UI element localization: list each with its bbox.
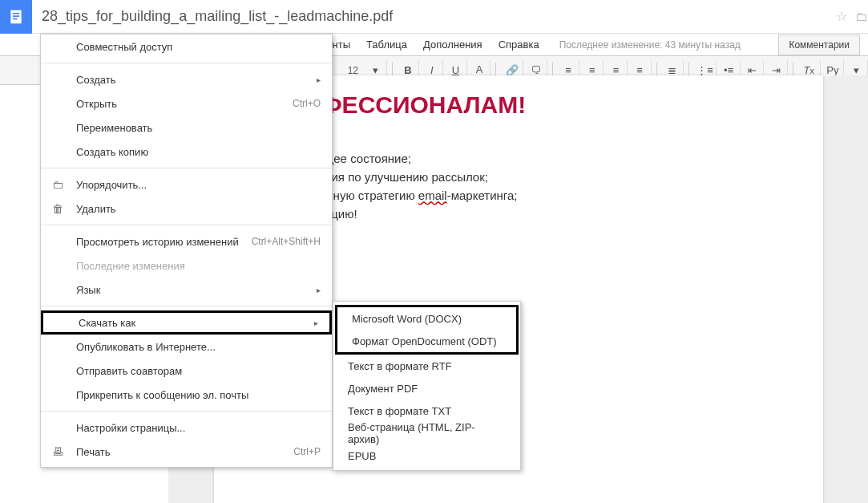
svg-rect-2 xyxy=(13,15,19,17)
docs-app-icon[interactable] xyxy=(0,0,32,34)
download-epub[interactable]: EPUB xyxy=(333,444,520,467)
separator xyxy=(41,411,332,412)
download-as-submenu: Microsoft Word (DOCX) Формат OpenDocumen… xyxy=(333,301,521,471)
menu-table[interactable]: Таблица xyxy=(358,35,415,54)
print-icon: 🖶 xyxy=(52,445,63,458)
menu-email-attachment[interactable]: Прикрепить к сообщению эл. почты xyxy=(41,383,332,407)
menu-download-as[interactable]: Скачать как▸ xyxy=(41,310,332,335)
menu-language[interactable]: Язык▸ xyxy=(41,278,332,302)
doc-line: рые решения по улучшению рассылок; xyxy=(270,170,767,184)
trash-icon: 🗑 xyxy=(52,202,63,215)
chevron-right-icon: ▸ xyxy=(317,75,321,84)
download-pdf[interactable]: Документ PDF xyxy=(333,377,520,400)
folder-icon: 🗀 xyxy=(52,178,63,191)
document-title[interactable]: 28_tips_for_building_a_mailing_list_-_le… xyxy=(42,8,828,25)
download-rtf[interactable]: Текст в формате RTF xyxy=(333,355,520,377)
separator xyxy=(41,63,332,63)
comments-button[interactable]: Комментарии xyxy=(778,34,860,55)
menu-addons[interactable]: Дополнения xyxy=(415,35,491,54)
chevron-right-icon: ▸ xyxy=(314,318,318,327)
menu-make-copy[interactable]: Создать копию xyxy=(41,140,332,164)
menu-revision-history[interactable]: Просмотреть историю измененийCtrl+Alt+Sh… xyxy=(41,229,332,254)
download-odt[interactable]: Формат OpenDocument (ODT) xyxy=(337,330,516,352)
separator xyxy=(41,306,332,306)
title-bar: 28_tips_for_building_a_mailing_list_-_le… xyxy=(0,0,868,34)
doc-line: и полноценную стратегию email-маркетинга… xyxy=(270,189,767,202)
doc-line: руем текущее состояние; xyxy=(270,152,767,165)
menu-email-collaborators[interactable]: Отправить соавторам xyxy=(41,359,332,383)
menu-rename[interactable]: Переименовать xyxy=(41,116,332,140)
folder-icon[interactable]: 🗀 xyxy=(855,10,868,24)
menu-open[interactable]: ОткрытьCtrl+O xyxy=(41,91,332,116)
download-txt[interactable]: Текст в формате TXT xyxy=(333,400,520,422)
download-html[interactable]: Веб-страница (HTML, ZIP-архив) xyxy=(333,422,520,444)
menu-print[interactable]: 🖶ПечатьCtrl+P xyxy=(41,440,332,464)
doc-line: за реализацию! xyxy=(270,207,767,221)
heading: ПРОФЕССИОНАЛАМ! xyxy=(270,91,767,119)
menu-publish[interactable]: Опубликовать в Интернете... xyxy=(41,335,332,359)
menu-share[interactable]: Совместный доступ xyxy=(41,34,332,59)
menu-recent-changes: Последние изменения xyxy=(41,254,332,278)
file-menu-dropdown: Совместный доступ Создать▸ ОткрытьCtrl+O… xyxy=(40,34,333,468)
font-size-selector[interactable]: 12 xyxy=(343,65,363,76)
menu-organize[interactable]: 🗀Упорядочить... xyxy=(41,172,332,197)
svg-rect-3 xyxy=(13,18,18,19)
svg-rect-1 xyxy=(13,13,19,14)
menu-page-setup[interactable]: Настройки страницы... xyxy=(41,416,332,440)
last-change-label[interactable]: Последнее изменение: 43 минуты назад xyxy=(559,39,741,51)
menu-delete[interactable]: 🗑Удалить xyxy=(41,197,332,221)
menu-help[interactable]: Справка xyxy=(491,35,547,54)
menu-new[interactable]: Создать▸ xyxy=(41,67,332,91)
doc-line: в задачи; xyxy=(270,133,767,147)
chevron-right-icon: ▸ xyxy=(317,286,321,294)
star-icon[interactable]: ☆ xyxy=(836,9,847,24)
separator xyxy=(41,168,332,168)
download-docx[interactable]: Microsoft Word (DOCX) xyxy=(337,307,516,330)
separator xyxy=(41,225,332,225)
